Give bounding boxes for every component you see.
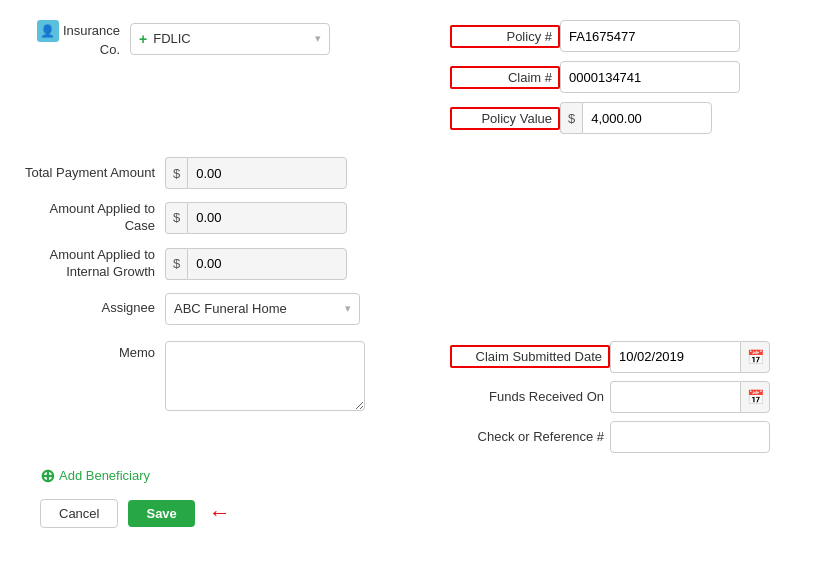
arrow-indicator: ← (209, 500, 231, 526)
funds-received-input-wrap: 📅 (610, 381, 770, 413)
funds-received-calendar-icon[interactable]: 📅 (740, 381, 770, 413)
check-ref-row: Check or Reference # (450, 421, 815, 453)
policy-row: Policy # (450, 20, 815, 52)
save-button[interactable]: Save (128, 500, 194, 527)
funds-received-row: Funds Received On 📅 (450, 381, 815, 413)
check-ref-input[interactable] (610, 421, 770, 453)
mid-left: Total Payment Amount $ Amount Applied to… (20, 157, 440, 337)
amount-growth-input[interactable] (187, 248, 347, 280)
amount-growth-label: Amount Applied to Internal Growth (20, 247, 165, 281)
dropdown-arrow-icon: ▾ (315, 32, 321, 45)
user-icon: 👤 (37, 20, 59, 42)
add-beneficiary-row: ⊕ Add Beneficiary (20, 467, 815, 485)
memo-section: Memo (20, 341, 440, 411)
memo-textarea[interactable] (165, 341, 365, 411)
check-ref-label: Check or Reference # (450, 429, 610, 444)
insurance-select[interactable]: + FDLIC ▾ (130, 23, 330, 55)
top-row: 👤Insurance Co. + FDLIC ▾ Policy # (20, 20, 815, 139)
claim-submitted-row: Claim Submitted Date 📅 (450, 341, 815, 373)
assignee-value: ABC Funeral Home (174, 301, 287, 316)
assignee-arrow-icon: ▾ (345, 302, 351, 315)
policy-input[interactable] (560, 20, 740, 52)
amount-case-input[interactable] (187, 202, 347, 234)
amount-case-row: Amount Applied to Case $ (20, 201, 440, 235)
amount-growth-wrap: $ (165, 248, 347, 280)
total-payment-wrap: $ (165, 157, 347, 189)
assignee-row: Assignee ABC Funeral Home ▾ (20, 293, 440, 325)
insurance-select-wrap: + FDLIC ▾ (130, 23, 330, 55)
amount-growth-dollar: $ (165, 248, 187, 280)
total-payment-row: Total Payment Amount $ (20, 157, 440, 189)
insurance-select-inner: + FDLIC (139, 31, 191, 47)
total-payment-dollar: $ (165, 157, 187, 189)
funds-received-input[interactable] (610, 381, 740, 413)
claim-submitted-input-wrap: 📅 (610, 341, 770, 373)
policy-label: Policy # (450, 25, 560, 48)
insurance-form: 👤Insurance Co. + FDLIC ▾ Policy # (20, 20, 815, 528)
insurance-section: 👤Insurance Co. + FDLIC ▾ (20, 20, 440, 71)
assignee-select[interactable]: ABC Funeral Home ▾ (165, 293, 360, 325)
total-payment-label: Total Payment Amount (20, 165, 165, 182)
add-beneficiary-icon[interactable]: ⊕ (40, 467, 55, 485)
cancel-button[interactable]: Cancel (40, 499, 118, 528)
add-beneficiary-link[interactable]: Add Beneficiary (59, 468, 150, 483)
dollar-sign: $ (560, 102, 582, 134)
total-payment-input[interactable] (187, 157, 347, 189)
amount-case-wrap: $ (165, 202, 347, 234)
funds-received-label: Funds Received On (450, 389, 610, 404)
claim-submitted-input[interactable] (610, 341, 740, 373)
claim-submitted-label: Claim Submitted Date (450, 345, 610, 368)
assignee-label: Assignee (20, 300, 165, 317)
claim-submitted-calendar-icon[interactable]: 📅 (740, 341, 770, 373)
amount-case-dollar: $ (165, 202, 187, 234)
memo-label: Memo (20, 341, 165, 360)
policy-value-row: Policy Value $ (450, 102, 815, 134)
claim-row: Claim # (450, 61, 815, 93)
insurance-row: 👤Insurance Co. + FDLIC ▾ (20, 20, 440, 57)
mid-section: Total Payment Amount $ Amount Applied to… (20, 157, 815, 337)
policy-value-input[interactable] (582, 102, 712, 134)
policy-value-label: Policy Value (450, 107, 560, 130)
bottom-right: Claim Submitted Date 📅 Funds Received On… (440, 341, 815, 453)
amount-growth-row: Amount Applied to Internal Growth $ (20, 247, 440, 281)
right-section: Policy # Claim # Policy Value $ (440, 20, 815, 139)
amount-case-label: Amount Applied to Case (20, 201, 165, 235)
claim-label: Claim # (450, 66, 560, 89)
button-row: Cancel Save ← (20, 499, 815, 528)
insurance-value: FDLIC (153, 31, 191, 46)
bottom-section: Memo Claim Submitted Date 📅 Funds Receiv… (20, 341, 815, 453)
claim-input[interactable] (560, 61, 740, 93)
insurance-label: 👤Insurance Co. (20, 20, 130, 57)
plus-icon: + (139, 31, 147, 47)
policy-value-input-wrap: $ (560, 102, 712, 134)
